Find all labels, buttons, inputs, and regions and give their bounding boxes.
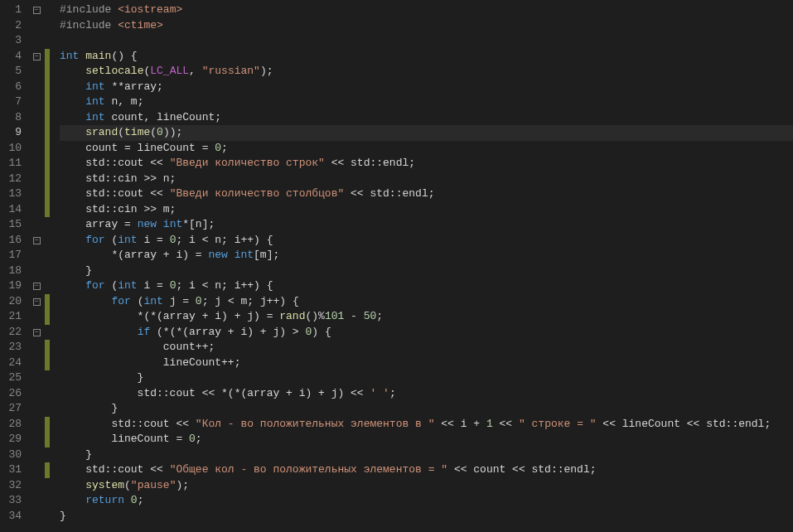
- code-line[interactable]: std::cin >> n;: [60, 172, 793, 187]
- line-number[interactable]: 33: [0, 493, 28, 509]
- code-line[interactable]: [60, 33, 793, 49]
- line-number[interactable]: 10: [0, 141, 28, 157]
- code-area[interactable]: #include <iostream>#include <ctime> int …: [50, 0, 793, 532]
- line-number[interactable]: 20: [0, 294, 28, 310]
- code-line[interactable]: }: [60, 401, 793, 417]
- line-number[interactable]: 32: [0, 478, 28, 494]
- code-line[interactable]: count++;: [60, 340, 793, 355]
- line-number[interactable]: 14: [0, 202, 28, 218]
- line-number[interactable]: 3: [0, 33, 28, 49]
- line-number[interactable]: 2: [0, 18, 28, 34]
- code-editor[interactable]: 1−234−5678910111213141516−171819−20−2122…: [0, 0, 793, 532]
- gutter-row: 1−: [0, 2, 50, 18]
- line-number[interactable]: 1: [0, 2, 28, 18]
- line-number[interactable]: 24: [0, 355, 28, 371]
- code-line[interactable]: int **array;: [60, 80, 793, 95]
- gutter-row: 19−: [0, 278, 50, 294]
- fold-minus-icon[interactable]: −: [33, 283, 41, 290]
- line-number[interactable]: 21: [0, 309, 28, 325]
- line-number[interactable]: 8: [0, 110, 28, 126]
- line-number[interactable]: 5: [0, 64, 28, 80]
- code-line[interactable]: int n, m;: [60, 94, 793, 110]
- gutter-row: 8: [0, 110, 50, 126]
- code-line[interactable]: return 0;: [60, 493, 793, 509]
- gutter-row: 31: [0, 462, 50, 478]
- code-line[interactable]: count = lineCount = 0;: [60, 141, 793, 157]
- code-line[interactable]: int count, lineCount;: [60, 110, 793, 126]
- gutter-row: 23: [0, 340, 50, 355]
- line-number[interactable]: 6: [0, 80, 28, 95]
- gutter-row: 12: [0, 172, 50, 187]
- code-line[interactable]: std::cout << "Кол - во положительных эле…: [60, 417, 793, 433]
- code-line[interactable]: for (int j = 0; j < m; j++) {: [60, 294, 793, 310]
- line-number[interactable]: 26: [0, 386, 28, 402]
- code-line[interactable]: system("pause");: [60, 478, 793, 494]
- code-line[interactable]: std::cout << "Введи количество столбцов"…: [60, 186, 793, 202]
- line-number[interactable]: 22: [0, 325, 28, 341]
- gutter-row: 34: [0, 509, 50, 525]
- code-line[interactable]: lineCount++;: [60, 355, 793, 371]
- code-line[interactable]: }: [60, 264, 793, 279]
- code-line[interactable]: setlocale(LC_ALL, "russian");: [60, 64, 793, 80]
- line-number[interactable]: 15: [0, 217, 28, 233]
- code-line[interactable]: lineCount = 0;: [60, 432, 793, 447]
- line-number[interactable]: 11: [0, 156, 28, 172]
- line-number[interactable]: 12: [0, 172, 28, 187]
- fold-toggle[interactable]: −: [28, 49, 45, 65]
- fold-toggle[interactable]: −: [28, 2, 45, 18]
- fold-minus-icon[interactable]: −: [33, 53, 41, 60]
- line-number[interactable]: 30: [0, 447, 28, 463]
- fold-minus-icon[interactable]: −: [33, 329, 41, 336]
- code-line[interactable]: for (int i = 0; i < n; i++) {: [60, 278, 793, 294]
- code-line[interactable]: int main() {: [60, 49, 793, 65]
- gutter-row: 25: [0, 370, 50, 386]
- line-number[interactable]: 25: [0, 370, 28, 386]
- code-line[interactable]: #include <iostream>: [60, 2, 793, 18]
- code-line[interactable]: srand(time(0));: [60, 125, 793, 141]
- code-line[interactable]: *(array + i) = new int[m];: [60, 248, 793, 264]
- gutter: 1−234−5678910111213141516−171819−20−2122…: [0, 0, 50, 532]
- fold-minus-icon[interactable]: −: [33, 237, 41, 244]
- line-number[interactable]: 31: [0, 462, 28, 478]
- code-line[interactable]: std::cout << *(*(array + i) + j) << ' ';: [60, 386, 793, 402]
- code-line[interactable]: std::cin >> m;: [60, 202, 793, 218]
- line-number[interactable]: 17: [0, 248, 28, 264]
- line-number[interactable]: 27: [0, 401, 28, 417]
- fold-toggle[interactable]: −: [28, 278, 45, 294]
- fold-toggle[interactable]: −: [28, 233, 45, 249]
- line-number[interactable]: 34: [0, 509, 28, 525]
- code-line[interactable]: for (int i = 0; i < n; i++) {: [60, 233, 793, 249]
- fold-minus-icon[interactable]: −: [33, 7, 41, 14]
- line-number[interactable]: 19: [0, 278, 28, 294]
- code-line[interactable]: *(*(array + i) + j) = rand()%101 - 50;: [60, 309, 793, 325]
- code-line[interactable]: }: [60, 447, 793, 463]
- code-line[interactable]: array = new int*[n];: [60, 217, 793, 233]
- gutter-row: 10: [0, 141, 50, 157]
- fold-minus-icon[interactable]: −: [33, 298, 41, 306]
- code-line[interactable]: if (*(*(array + i) + j) > 0) {: [60, 325, 793, 341]
- line-number[interactable]: 9: [0, 125, 28, 141]
- fold-toggle[interactable]: −: [28, 294, 45, 310]
- line-number[interactable]: 16: [0, 233, 28, 249]
- gutter-row: 29: [0, 432, 50, 447]
- code-line[interactable]: std::cout << "Введи количество строк" <<…: [60, 156, 793, 172]
- line-number[interactable]: 23: [0, 340, 28, 355]
- line-number[interactable]: 7: [0, 94, 28, 110]
- gutter-row: 11: [0, 156, 50, 172]
- gutter-row: 16−: [0, 233, 50, 249]
- fold-toggle[interactable]: −: [28, 325, 45, 341]
- gutter-row: 13: [0, 186, 50, 202]
- code-line[interactable]: #include <ctime>: [60, 18, 793, 34]
- gutter-row: 17: [0, 248, 50, 264]
- gutter-row: 5: [0, 64, 50, 80]
- code-line[interactable]: std::cout << "Общее кол - во положительн…: [60, 462, 793, 478]
- line-number[interactable]: 13: [0, 186, 28, 202]
- code-line[interactable]: }: [60, 509, 793, 525]
- line-number[interactable]: 28: [0, 417, 28, 433]
- line-number[interactable]: 29: [0, 432, 28, 447]
- code-line[interactable]: }: [60, 370, 793, 386]
- gutter-row: 28: [0, 417, 50, 433]
- line-number[interactable]: 18: [0, 264, 28, 279]
- gutter-row: 24: [0, 355, 50, 371]
- line-number[interactable]: 4: [0, 49, 28, 65]
